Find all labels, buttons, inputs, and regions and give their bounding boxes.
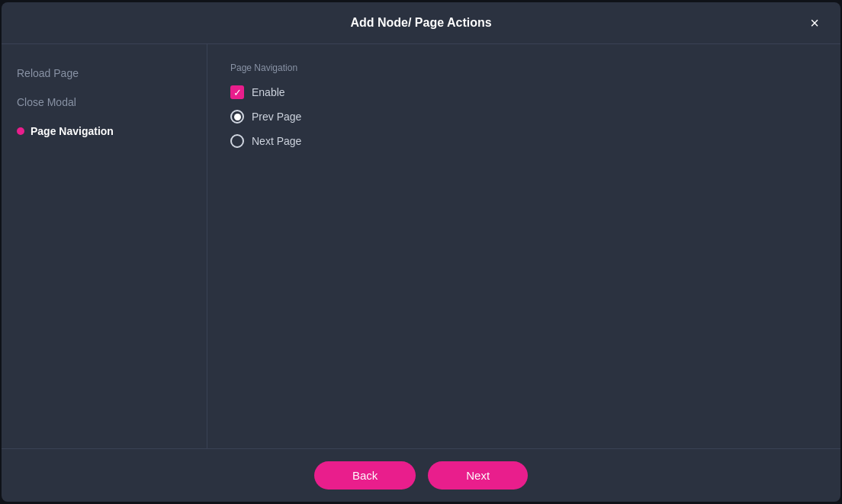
- sidebar-item-reload-page[interactable]: Reload Page: [2, 59, 207, 87]
- next-button[interactable]: Next: [428, 461, 528, 490]
- prev-page-label: Prev Page: [252, 111, 301, 123]
- next-page-radio[interactable]: [230, 134, 244, 148]
- modal-title: Add Node/ Page Actions: [350, 16, 491, 30]
- back-button[interactable]: Back: [314, 461, 416, 490]
- modal-body: Reload Page Close Modal Page Navigation …: [2, 44, 840, 448]
- modal-dialog: Add Node/ Page Actions × Reload Page Clo…: [2, 2, 840, 502]
- checkmark-icon: ✓: [233, 88, 242, 98]
- enable-checkbox-row: ✓ Enable: [230, 85, 818, 99]
- enable-checkbox[interactable]: ✓: [230, 85, 244, 99]
- modal-overlay: Add Node/ Page Actions × Reload Page Clo…: [0, 0, 842, 504]
- modal-footer: Back Next: [2, 448, 840, 502]
- enable-label: Enable: [252, 86, 285, 98]
- sidebar-item-label: Reload Page: [17, 67, 79, 79]
- content-area: Page Navigation ✓ Enable Prev Page: [207, 44, 840, 448]
- modal-header: Add Node/ Page Actions ×: [2, 2, 840, 44]
- prev-page-radio-row: Prev Page: [230, 110, 818, 124]
- sidebar-item-label: Page Navigation: [31, 125, 114, 137]
- next-page-label: Next Page: [252, 135, 301, 147]
- sidebar-item-label: Close Modal: [17, 96, 76, 108]
- next-page-radio-row: Next Page: [230, 134, 818, 148]
- close-button[interactable]: ×: [804, 12, 825, 34]
- active-indicator: [17, 127, 24, 135]
- option-group: ✓ Enable Prev Page Next Page: [230, 85, 818, 148]
- sidebar-item-page-navigation[interactable]: Page Navigation: [2, 117, 207, 145]
- sidebar: Reload Page Close Modal Page Navigation: [2, 44, 207, 448]
- section-label: Page Navigation: [230, 63, 818, 73]
- sidebar-item-close-modal[interactable]: Close Modal: [2, 88, 207, 116]
- prev-page-radio[interactable]: [230, 110, 244, 124]
